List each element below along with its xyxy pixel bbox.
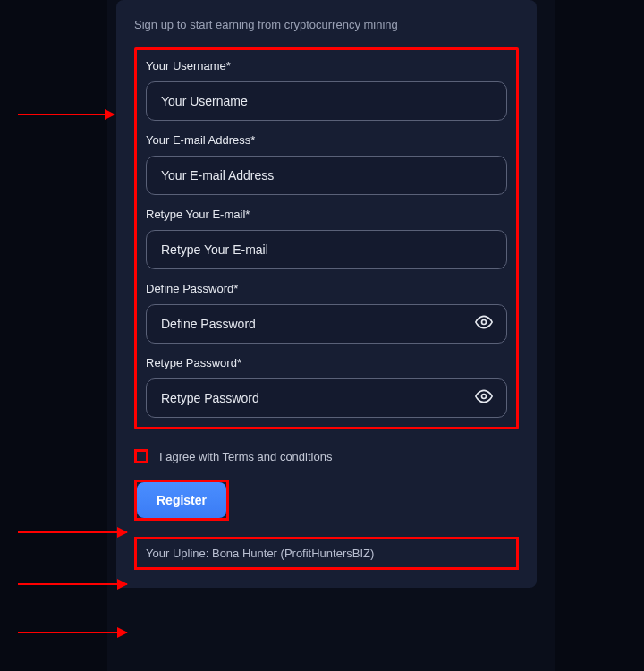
register-highlight-box: Register bbox=[134, 480, 229, 521]
upline-info: Your Upline: Bona Hunter (ProfitHuntersB… bbox=[134, 537, 519, 570]
username-input[interactable] bbox=[146, 81, 507, 121]
email-retype-input[interactable] bbox=[146, 230, 507, 269]
password-retype-input[interactable] bbox=[146, 378, 507, 418]
annotation-arrow bbox=[18, 114, 114, 115]
password-retype-field-group: Retype Password* bbox=[146, 356, 507, 418]
svg-point-1 bbox=[482, 395, 487, 399]
password-input[interactable] bbox=[146, 304, 507, 344]
signup-form: Sign up to start earning from cryptocurr… bbox=[116, 0, 537, 588]
annotation-arrow bbox=[18, 531, 127, 533]
register-button[interactable]: Register bbox=[137, 482, 226, 518]
background-right bbox=[555, 0, 644, 671]
password-field-group: Define Password* bbox=[146, 282, 507, 344]
terms-row: I agree with Terms and conditions bbox=[134, 449, 519, 463]
background-left bbox=[0, 0, 107, 671]
annotation-arrow bbox=[18, 632, 127, 633]
email-label: Your E-mail Address* bbox=[146, 133, 507, 147]
username-field-group: Your Username* bbox=[146, 59, 507, 121]
username-label: Your Username* bbox=[146, 59, 507, 72]
eye-icon[interactable] bbox=[475, 313, 493, 335]
form-subtitle: Sign up to start earning from cryptocurr… bbox=[134, 18, 519, 31]
password-label: Define Password* bbox=[146, 282, 507, 295]
password-retype-label: Retype Password* bbox=[146, 356, 507, 369]
fields-highlight-box: Your Username* Your E-mail Address* Rety… bbox=[134, 47, 519, 429]
annotation-arrow bbox=[18, 583, 127, 585]
eye-icon[interactable] bbox=[475, 387, 493, 409]
email-field-group: Your E-mail Address* bbox=[146, 133, 507, 195]
email-retype-field-group: Retype Your E-mail* bbox=[146, 208, 507, 269]
terms-checkbox[interactable] bbox=[134, 449, 148, 463]
email-retype-label: Retype Your E-mail* bbox=[146, 208, 507, 221]
svg-point-0 bbox=[482, 320, 487, 325]
terms-label: I agree with Terms and conditions bbox=[159, 450, 332, 463]
email-input[interactable] bbox=[146, 156, 507, 195]
